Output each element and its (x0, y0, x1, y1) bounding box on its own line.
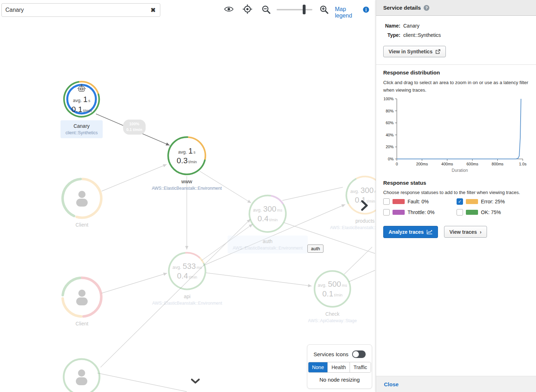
svg-text:20%: 20% (386, 145, 394, 149)
divider (376, 64, 536, 65)
person-icon (71, 366, 92, 388)
node-hover-tooltip: auth (307, 245, 323, 253)
node-label-client-1: Client (28, 221, 136, 228)
svg-text:800ms: 800ms (492, 162, 504, 166)
eye-icon[interactable] (224, 6, 234, 14)
status-color-swatch (393, 199, 405, 204)
person-icon (72, 286, 92, 308)
node-label-client-2: Client (28, 320, 136, 327)
chevron-right-small-icon: › (480, 229, 482, 235)
status-option-throttle[interactable]: Throttle: 0% (383, 209, 457, 216)
node-traffic-rate: 0.4t/min (177, 271, 197, 281)
help-icon[interactable]: ? (424, 5, 429, 11)
zoom-in-icon[interactable] (320, 5, 329, 15)
node-label-canary: Canaryclient::Synthetics (28, 120, 135, 138)
panel-header: Service details ? (376, 0, 536, 16)
response-distribution-title: Response distribution (383, 69, 440, 76)
node-traffic-rate: 0.4t/min (258, 214, 278, 224)
status-option-fault[interactable]: Fault: 0% (383, 198, 457, 205)
service-details-panel: Service details ? Name:Canary Type:clien… (376, 0, 536, 392)
node-avg-latency: avg.500ms (318, 279, 347, 289)
node-resizing-note: No node resizing (320, 377, 360, 383)
node-canary[interactable]: avg.1s0.1t/min (61, 79, 102, 120)
node-label-api: apiAWS::ElasticBeanstalk::Environment (133, 293, 241, 306)
svg-text:1.0s: 1.0s (519, 162, 527, 166)
map-display-controls: Services Icons NoneHealthTraffic No node… (307, 344, 372, 389)
external-link-icon (435, 49, 440, 54)
mode-button-none[interactable]: None (308, 362, 328, 372)
services-icons-label: Services Icons (313, 351, 349, 357)
node-check[interactable]: avg.500ms0.1t/min (312, 268, 353, 310)
mode-button-traffic[interactable]: Traffic (350, 362, 371, 372)
node-search-box: ✖ (1, 3, 160, 17)
node-www[interactable]: avg.1s0.3t/min (165, 134, 208, 177)
node-client-1[interactable] (60, 176, 104, 221)
node-avg-latency: avg.1s (178, 146, 195, 156)
analyze-traces-button[interactable]: Analyze traces (383, 226, 438, 238)
service-type-row: Type:client::Synthetics (383, 32, 441, 38)
node-auth[interactable]: avg.300ms0.4t/min (247, 193, 289, 235)
chevron-down-icon[interactable] (190, 378, 200, 386)
search-input[interactable] (2, 7, 146, 13)
service-name-row: Name:Canary (383, 23, 419, 29)
view-in-synthetics-button[interactable]: View in Synthetics (383, 46, 446, 57)
svg-text:0: 0 (396, 162, 398, 166)
svg-text:80%: 80% (386, 109, 394, 113)
status-color-swatch (466, 210, 478, 215)
status-color-swatch (393, 210, 405, 215)
svg-text:600ms: 600ms (467, 162, 479, 166)
recenter-target-icon[interactable] (242, 4, 253, 15)
service-type-value: client::Synthetics (403, 32, 441, 38)
zoom-out-icon[interactable] (262, 5, 271, 15)
svg-text:400ms: 400ms (441, 162, 453, 166)
mode-button-health[interactable]: Health (328, 362, 350, 372)
svg-text:0%: 0% (388, 157, 394, 161)
person-icon (72, 188, 92, 209)
status-option-ok[interactable]: OK: 75% (457, 209, 505, 216)
chart-icon (427, 229, 433, 234)
clear-search-icon[interactable]: ✖ (146, 6, 160, 14)
checkbox[interactable]: ✓ (457, 198, 463, 205)
node-client-3[interactable] (61, 356, 102, 392)
checkbox[interactable] (383, 209, 390, 216)
response-distribution-description: Click and drag to select an area to zoom… (383, 79, 531, 94)
svg-text:60%: 60% (386, 121, 394, 125)
checkbox[interactable] (457, 209, 463, 216)
svg-text:100%: 100% (384, 97, 394, 101)
node-avg-latency: avg.300ms (253, 204, 282, 214)
response-status-options: Fault: 0%✓Error: 25%Throttle: 0%OK: 75% (383, 198, 505, 216)
node-api[interactable]: avg.533ms0.4t/min (166, 250, 208, 292)
map-legend-link[interactable]: Map legend (335, 6, 352, 19)
node-avg-latency: avg.533ms (172, 261, 202, 271)
panel-footer: Close (376, 376, 536, 392)
edge-traffic-badge: 100% 0.1 t/min (123, 120, 146, 135)
response-status-title: Response status (383, 180, 426, 186)
node-label-check: CheckAWS::ApiGateway::Stage (279, 310, 386, 324)
response-status-description: Choose response statuses to add to the f… (383, 189, 531, 196)
service-name-value: Canary (403, 23, 419, 29)
robot-icon (77, 84, 86, 95)
svg-text:40%: 40% (386, 133, 394, 137)
close-link[interactable]: Close (384, 381, 399, 387)
status-option-error[interactable]: ✓Error: 25% (457, 198, 505, 205)
chevron-right-icon[interactable] (360, 199, 369, 213)
info-icon[interactable] (363, 6, 369, 14)
node-traffic-rate: 0.1t/min (72, 105, 92, 115)
node-client-2[interactable] (60, 275, 104, 319)
node-avg-latency: avg.300ms (350, 185, 380, 195)
zoom-slider-track[interactable] (277, 9, 312, 10)
node-label-auth: authAWS::ElasticBeanstalk::Environment (214, 236, 321, 253)
view-traces-button[interactable]: View traces › (444, 226, 487, 238)
checkbox[interactable] (383, 198, 390, 205)
svg-text:200ms: 200ms (416, 162, 428, 166)
node-traffic-rate: 0.3t/min (177, 156, 197, 166)
node-label-www: wwwAWS::ElasticBeanstalk::Environment (133, 178, 240, 192)
node-traffic-rate: 0.1t/min (322, 289, 342, 299)
response-distribution-chart[interactable]: 100%80%60%40%20%0%0200ms400ms600ms800ms1… (380, 94, 532, 175)
node-avg-latency: avg.1s (73, 95, 90, 105)
status-color-swatch (466, 199, 478, 204)
services-icons-toggle[interactable] (352, 350, 366, 358)
zoom-slider-handle[interactable] (303, 5, 306, 14)
svg-text:Duration: Duration (452, 168, 468, 173)
node-sizing-mode-group: NoneHealthTraffic (308, 362, 371, 373)
